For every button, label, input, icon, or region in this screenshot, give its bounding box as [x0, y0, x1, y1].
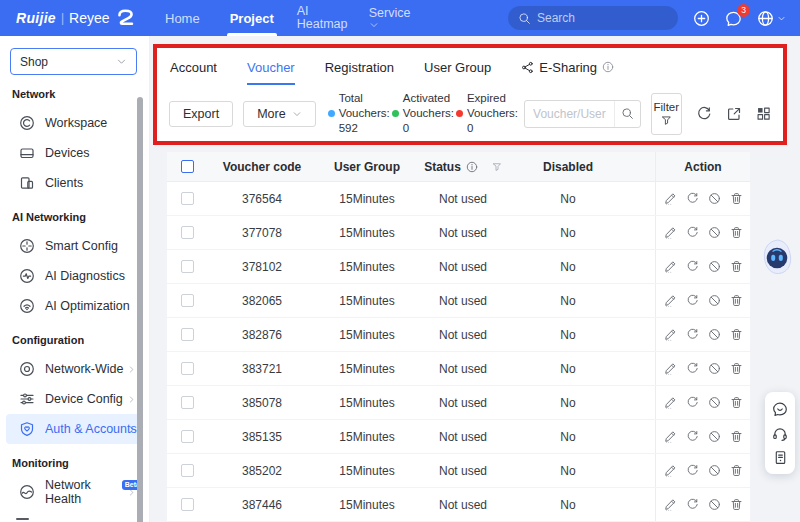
sidebar-item-network-wide[interactable]: Network-Wide: [6, 354, 143, 384]
delete-icon[interactable]: [730, 464, 743, 477]
row-checkbox[interactable]: [181, 328, 194, 341]
delete-icon[interactable]: [730, 328, 743, 341]
edit-icon[interactable]: [664, 328, 677, 341]
row-checkbox[interactable]: [181, 226, 194, 239]
sidebar-item-workspace[interactable]: Workspace: [6, 108, 143, 138]
delete-icon[interactable]: [730, 294, 743, 307]
edit-icon[interactable]: [664, 260, 677, 273]
renew-icon[interactable]: [686, 328, 699, 341]
disable-icon[interactable]: [708, 328, 721, 341]
tab-registration[interactable]: Registration: [325, 48, 394, 86]
refresh-button[interactable]: [696, 106, 712, 122]
delete-icon[interactable]: [730, 192, 743, 205]
nav-item-service[interactable]: Service: [361, 0, 433, 36]
live-chat-button[interactable]: [772, 401, 788, 417]
edit-icon[interactable]: [664, 396, 677, 409]
voucher-toolbar: Export More Total Vouchers: 592 Activate…: [157, 86, 783, 141]
chevron-right-icon: [127, 488, 136, 497]
edit-icon[interactable]: [664, 226, 677, 239]
renew-icon[interactable]: [686, 192, 699, 205]
renew-icon[interactable]: [686, 498, 699, 511]
nav-item-home[interactable]: Home: [150, 0, 215, 36]
sidebar-item-devices[interactable]: Devices: [6, 138, 143, 168]
disable-icon[interactable]: [708, 226, 721, 239]
disable-icon[interactable]: [708, 192, 721, 205]
renew-icon[interactable]: [686, 362, 699, 375]
disable-icon[interactable]: [708, 464, 721, 477]
disabled: No: [509, 284, 627, 317]
nav-item-ai-heatmap[interactable]: AI Heatmap: [289, 0, 361, 36]
delete-icon[interactable]: [730, 498, 743, 511]
delete-icon[interactable]: [730, 396, 743, 409]
renew-icon[interactable]: [686, 260, 699, 273]
status: Not used: [417, 454, 509, 487]
feedback-button[interactable]: [773, 450, 788, 465]
renew-icon[interactable]: [686, 464, 699, 477]
sidebar-item-ai-diagnostics[interactable]: AI Diagnostics: [6, 261, 143, 291]
edit-icon[interactable]: [664, 294, 677, 307]
disable-icon[interactable]: [708, 430, 721, 443]
network-health-icon: [19, 484, 35, 500]
nav-item-project[interactable]: Project: [215, 0, 289, 36]
disable-icon[interactable]: [708, 362, 721, 375]
sidebar-item-ai-optimization[interactable]: AI Optimization: [6, 291, 143, 321]
global-search-input[interactable]: [537, 11, 657, 25]
disable-icon[interactable]: [708, 294, 721, 307]
tab-user-group[interactable]: User Group: [424, 48, 491, 86]
row-checkbox[interactable]: [181, 464, 194, 477]
brand-logo[interactable]: Ruijie | Reyee: [0, 8, 150, 29]
disable-icon[interactable]: [708, 396, 721, 409]
more-button[interactable]: More: [243, 101, 315, 127]
edit-icon[interactable]: [664, 464, 677, 477]
renew-icon[interactable]: [686, 396, 699, 409]
column-settings-button[interactable]: [756, 106, 771, 121]
renew-icon[interactable]: [686, 226, 699, 239]
global-search[interactable]: [508, 6, 678, 30]
row-checkbox[interactable]: [181, 396, 194, 409]
info-icon[interactable]: [466, 161, 478, 173]
row-checkbox[interactable]: [181, 362, 194, 375]
voucher-search-input[interactable]: [525, 107, 613, 121]
filter-button[interactable]: Filter: [651, 93, 682, 135]
disable-icon[interactable]: [708, 498, 721, 511]
edit-icon[interactable]: [664, 362, 677, 375]
delete-icon[interactable]: [730, 430, 743, 443]
sidebar-item-auth-accounts[interactable]: Auth & Accounts: [6, 414, 143, 444]
delete-icon[interactable]: [730, 362, 743, 375]
edit-icon[interactable]: [664, 192, 677, 205]
sidebar-item-network-health[interactable]: Network HealthBeta: [6, 477, 143, 507]
sidebar-scrollbar[interactable]: [137, 97, 143, 522]
renew-icon[interactable]: [686, 294, 699, 307]
support-button[interactable]: [772, 426, 788, 442]
main-nav: Home Project AI Heatmap Service: [150, 0, 433, 36]
tab-e-sharing[interactable]: E-Sharing: [521, 48, 614, 86]
edit-icon[interactable]: [664, 430, 677, 443]
sidebar-item-smart-config[interactable]: Smart Config: [6, 231, 143, 261]
row-checkbox[interactable]: [181, 192, 194, 205]
ai-assistant-mascot[interactable]: [760, 238, 794, 280]
row-checkbox[interactable]: [181, 260, 194, 273]
delete-icon[interactable]: [730, 260, 743, 273]
disable-icon[interactable]: [708, 260, 721, 273]
tab-account[interactable]: Account: [170, 48, 217, 86]
delete-icon[interactable]: [730, 226, 743, 239]
select-all-checkbox[interactable]: [181, 160, 194, 173]
export-button[interactable]: Export: [169, 101, 233, 127]
language-selector[interactable]: [757, 10, 786, 27]
edit-icon[interactable]: [664, 498, 677, 511]
sidebar-item-clients[interactable]: Clients: [6, 168, 143, 198]
messages-button[interactable]: 3: [725, 10, 742, 27]
export-table-button[interactable]: [726, 106, 742, 122]
tab-voucher[interactable]: Voucher: [247, 48, 295, 86]
search-button[interactable]: [614, 101, 640, 127]
add-project-button[interactable]: [693, 10, 710, 27]
renew-icon[interactable]: [686, 430, 699, 443]
header-user-group: User Group: [317, 152, 417, 181]
status-filter-funnel-icon[interactable]: [492, 162, 502, 172]
network-scope-select[interactable]: Shop: [10, 48, 137, 75]
row-checkbox[interactable]: [181, 430, 194, 443]
sidebar-item-device-config[interactable]: Device Config: [6, 384, 143, 414]
row-checkbox[interactable]: [181, 294, 194, 307]
row-checkbox[interactable]: [181, 498, 194, 511]
funnel-icon: [661, 115, 672, 126]
